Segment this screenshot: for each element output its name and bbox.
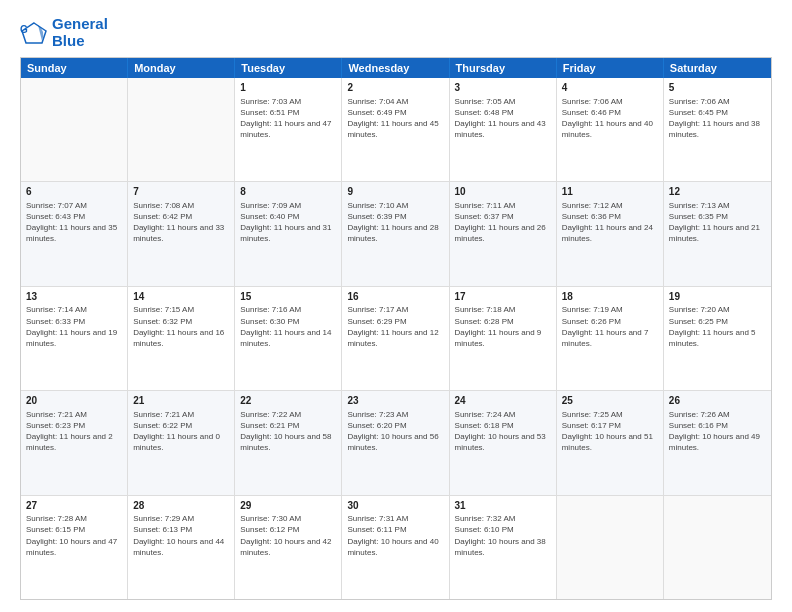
calendar-row: 20Sunrise: 7:21 AMSunset: 6:23 PMDayligh… — [21, 390, 771, 494]
day-number: 20 — [26, 394, 122, 408]
calendar-day-cell: 13Sunrise: 7:14 AMSunset: 6:33 PMDayligh… — [21, 287, 128, 390]
sun-info: Sunrise: 7:20 AMSunset: 6:25 PMDaylight:… — [669, 304, 766, 349]
sun-info: Sunrise: 7:21 AMSunset: 6:22 PMDaylight:… — [133, 409, 229, 454]
calendar-day-cell: 26Sunrise: 7:26 AMSunset: 6:16 PMDayligh… — [664, 391, 771, 494]
calendar-day-cell: 7Sunrise: 7:08 AMSunset: 6:42 PMDaylight… — [128, 182, 235, 285]
calendar-day-cell: 16Sunrise: 7:17 AMSunset: 6:29 PMDayligh… — [342, 287, 449, 390]
calendar-day-cell: 18Sunrise: 7:19 AMSunset: 6:26 PMDayligh… — [557, 287, 664, 390]
calendar-day-cell: 1Sunrise: 7:03 AMSunset: 6:51 PMDaylight… — [235, 78, 342, 181]
day-number: 30 — [347, 499, 443, 513]
day-number: 31 — [455, 499, 551, 513]
day-number: 7 — [133, 185, 229, 199]
day-number: 14 — [133, 290, 229, 304]
sun-info: Sunrise: 7:23 AMSunset: 6:20 PMDaylight:… — [347, 409, 443, 454]
calendar-empty-cell — [664, 496, 771, 599]
calendar-day-cell: 5Sunrise: 7:06 AMSunset: 6:45 PMDaylight… — [664, 78, 771, 181]
sun-info: Sunrise: 7:22 AMSunset: 6:21 PMDaylight:… — [240, 409, 336, 454]
day-number: 3 — [455, 81, 551, 95]
day-number: 10 — [455, 185, 551, 199]
weekday-header: Sunday — [21, 58, 128, 78]
calendar-day-cell: 11Sunrise: 7:12 AMSunset: 6:36 PMDayligh… — [557, 182, 664, 285]
calendar-day-cell: 24Sunrise: 7:24 AMSunset: 6:18 PMDayligh… — [450, 391, 557, 494]
day-number: 12 — [669, 185, 766, 199]
page-header: G General Blue — [20, 16, 772, 49]
sun-info: Sunrise: 7:09 AMSunset: 6:40 PMDaylight:… — [240, 200, 336, 245]
sun-info: Sunrise: 7:08 AMSunset: 6:42 PMDaylight:… — [133, 200, 229, 245]
day-number: 1 — [240, 81, 336, 95]
weekday-header: Saturday — [664, 58, 771, 78]
sun-info: Sunrise: 7:14 AMSunset: 6:33 PMDaylight:… — [26, 304, 122, 349]
calendar-header: SundayMondayTuesdayWednesdayThursdayFrid… — [21, 58, 771, 78]
calendar-day-cell: 23Sunrise: 7:23 AMSunset: 6:20 PMDayligh… — [342, 391, 449, 494]
day-number: 15 — [240, 290, 336, 304]
day-number: 27 — [26, 499, 122, 513]
calendar-day-cell: 29Sunrise: 7:30 AMSunset: 6:12 PMDayligh… — [235, 496, 342, 599]
weekday-header: Wednesday — [342, 58, 449, 78]
calendar-day-cell: 28Sunrise: 7:29 AMSunset: 6:13 PMDayligh… — [128, 496, 235, 599]
sun-info: Sunrise: 7:30 AMSunset: 6:12 PMDaylight:… — [240, 513, 336, 558]
calendar-row: 13Sunrise: 7:14 AMSunset: 6:33 PMDayligh… — [21, 286, 771, 390]
calendar-day-cell: 6Sunrise: 7:07 AMSunset: 6:43 PMDaylight… — [21, 182, 128, 285]
sun-info: Sunrise: 7:26 AMSunset: 6:16 PMDaylight:… — [669, 409, 766, 454]
calendar-day-cell: 9Sunrise: 7:10 AMSunset: 6:39 PMDaylight… — [342, 182, 449, 285]
calendar-body: 1Sunrise: 7:03 AMSunset: 6:51 PMDaylight… — [21, 78, 771, 599]
sun-info: Sunrise: 7:05 AMSunset: 6:48 PMDaylight:… — [455, 96, 551, 141]
day-number: 26 — [669, 394, 766, 408]
calendar-day-cell: 14Sunrise: 7:15 AMSunset: 6:32 PMDayligh… — [128, 287, 235, 390]
weekday-header: Tuesday — [235, 58, 342, 78]
calendar-day-cell: 27Sunrise: 7:28 AMSunset: 6:15 PMDayligh… — [21, 496, 128, 599]
day-number: 4 — [562, 81, 658, 95]
sun-info: Sunrise: 7:15 AMSunset: 6:32 PMDaylight:… — [133, 304, 229, 349]
day-number: 28 — [133, 499, 229, 513]
calendar-row: 27Sunrise: 7:28 AMSunset: 6:15 PMDayligh… — [21, 495, 771, 599]
day-number: 21 — [133, 394, 229, 408]
calendar-day-cell: 21Sunrise: 7:21 AMSunset: 6:22 PMDayligh… — [128, 391, 235, 494]
calendar-day-cell: 8Sunrise: 7:09 AMSunset: 6:40 PMDaylight… — [235, 182, 342, 285]
day-number: 24 — [455, 394, 551, 408]
day-number: 18 — [562, 290, 658, 304]
calendar-day-cell: 3Sunrise: 7:05 AMSunset: 6:48 PMDaylight… — [450, 78, 557, 181]
sun-info: Sunrise: 7:29 AMSunset: 6:13 PMDaylight:… — [133, 513, 229, 558]
day-number: 6 — [26, 185, 122, 199]
calendar-empty-cell — [557, 496, 664, 599]
sun-info: Sunrise: 7:19 AMSunset: 6:26 PMDaylight:… — [562, 304, 658, 349]
calendar-empty-cell — [21, 78, 128, 181]
logo-icon: G — [20, 21, 48, 45]
day-number: 29 — [240, 499, 336, 513]
sun-info: Sunrise: 7:10 AMSunset: 6:39 PMDaylight:… — [347, 200, 443, 245]
sun-info: Sunrise: 7:17 AMSunset: 6:29 PMDaylight:… — [347, 304, 443, 349]
day-number: 8 — [240, 185, 336, 199]
weekday-header: Thursday — [450, 58, 557, 78]
sun-info: Sunrise: 7:06 AMSunset: 6:45 PMDaylight:… — [669, 96, 766, 141]
sun-info: Sunrise: 7:03 AMSunset: 6:51 PMDaylight:… — [240, 96, 336, 141]
calendar: SundayMondayTuesdayWednesdayThursdayFrid… — [20, 57, 772, 600]
day-number: 23 — [347, 394, 443, 408]
day-number: 11 — [562, 185, 658, 199]
sun-info: Sunrise: 7:06 AMSunset: 6:46 PMDaylight:… — [562, 96, 658, 141]
day-number: 19 — [669, 290, 766, 304]
sun-info: Sunrise: 7:32 AMSunset: 6:10 PMDaylight:… — [455, 513, 551, 558]
calendar-day-cell: 25Sunrise: 7:25 AMSunset: 6:17 PMDayligh… — [557, 391, 664, 494]
calendar-day-cell: 2Sunrise: 7:04 AMSunset: 6:49 PMDaylight… — [342, 78, 449, 181]
day-number: 22 — [240, 394, 336, 408]
day-number: 25 — [562, 394, 658, 408]
day-number: 2 — [347, 81, 443, 95]
sun-info: Sunrise: 7:13 AMSunset: 6:35 PMDaylight:… — [669, 200, 766, 245]
day-number: 16 — [347, 290, 443, 304]
calendar-day-cell: 15Sunrise: 7:16 AMSunset: 6:30 PMDayligh… — [235, 287, 342, 390]
sun-info: Sunrise: 7:21 AMSunset: 6:23 PMDaylight:… — [26, 409, 122, 454]
sun-info: Sunrise: 7:04 AMSunset: 6:49 PMDaylight:… — [347, 96, 443, 141]
logo: G General Blue — [20, 16, 108, 49]
calendar-day-cell: 12Sunrise: 7:13 AMSunset: 6:35 PMDayligh… — [664, 182, 771, 285]
day-number: 9 — [347, 185, 443, 199]
calendar-page: G General Blue SundayMondayTuesdayWednes… — [0, 0, 792, 612]
calendar-day-cell: 22Sunrise: 7:22 AMSunset: 6:21 PMDayligh… — [235, 391, 342, 494]
sun-info: Sunrise: 7:25 AMSunset: 6:17 PMDaylight:… — [562, 409, 658, 454]
calendar-day-cell: 30Sunrise: 7:31 AMSunset: 6:11 PMDayligh… — [342, 496, 449, 599]
weekday-header: Monday — [128, 58, 235, 78]
sun-info: Sunrise: 7:31 AMSunset: 6:11 PMDaylight:… — [347, 513, 443, 558]
weekday-header: Friday — [557, 58, 664, 78]
sun-info: Sunrise: 7:16 AMSunset: 6:30 PMDaylight:… — [240, 304, 336, 349]
calendar-row: 6Sunrise: 7:07 AMSunset: 6:43 PMDaylight… — [21, 181, 771, 285]
sun-info: Sunrise: 7:18 AMSunset: 6:28 PMDaylight:… — [455, 304, 551, 349]
